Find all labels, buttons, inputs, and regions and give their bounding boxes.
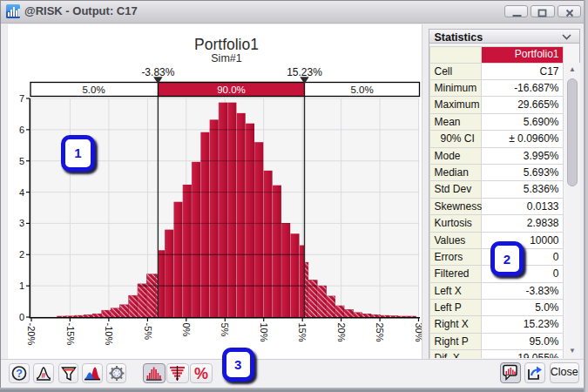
svg-text:4: 4 [18,187,24,198]
svg-text:30%: 30% [413,323,422,342]
svg-text:3: 3 [18,218,24,228]
svg-text:-5%: -5% [142,323,152,341]
svg-text:6: 6 [18,125,24,135]
svg-text:-15%: -15% [64,323,75,346]
svg-text:20%: 20% [335,323,346,342]
svg-text:5: 5 [18,156,24,166]
svg-text:0%: 0% [181,323,192,337]
svg-text:15.23%: 15.23% [287,66,322,78]
svg-text:Sim#1: Sim#1 [211,52,241,64]
svg-text:2: 2 [18,249,24,260]
svg-text:15%: 15% [297,323,308,342]
svg-text:5%: 5% [220,323,230,337]
svg-text:?: ? [16,368,23,380]
svg-text:-10%: -10% [104,323,114,346]
svg-text:25%: 25% [375,323,385,342]
svg-text:7: 7 [18,93,24,104]
svg-text:#: # [42,371,46,380]
svg-text:0: 0 [18,312,24,322]
svg-text:5.0%: 5.0% [82,84,105,95]
svg-text:Portfolio1: Portfolio1 [194,36,259,53]
svg-text:90.0%: 90.0% [217,84,246,95]
svg-text:1: 1 [18,280,24,291]
svg-text:-3.83%: -3.83% [141,66,174,78]
svg-text:-20%: -20% [26,323,37,346]
svg-text:5.0%: 5.0% [350,84,373,95]
svg-text:%: % [194,364,208,382]
svg-text:10%: 10% [258,323,268,342]
